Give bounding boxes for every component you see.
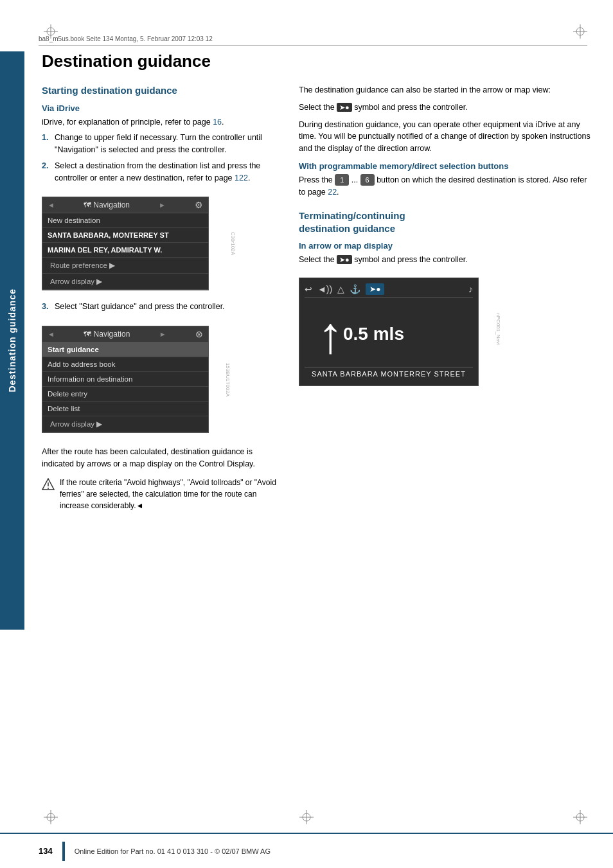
page-ref-16: 16 (213, 118, 222, 127)
alert-icon: △ (337, 284, 344, 294)
page-ref-122: 122 (235, 173, 248, 182)
list-item: 1. Change to upper field if necessary. T… (42, 132, 286, 156)
btn-badge-6: 6 (360, 174, 375, 186)
page-container: ba8_m5us.book Seite 134 Montag, 5. Febru… (0, 0, 613, 868)
music-icon: ♪ (468, 284, 473, 294)
main-content: Destination guidance Starting destinatio… (35, 51, 594, 829)
distance-display: 0.5 mls (343, 324, 411, 344)
sidebar-tab: Destination guidance (0, 51, 24, 630)
menu-side-label-1: C30r102A (229, 232, 235, 255)
right-intro-1: The destination guidance can also be sta… (299, 84, 594, 96)
sub-heading-idrive: Via iDrive (42, 103, 286, 113)
direction-arrow: ↑ (305, 303, 343, 364)
menu-side-label-2: 153BU1T002A (224, 362, 230, 396)
note-triangle-icon (42, 478, 55, 491)
nav-menu-item: Arrow display ▶ (42, 274, 208, 290)
page-title: Destination guidance (42, 51, 594, 71)
footer-divider (62, 842, 65, 861)
top-meta-text: ba8_m5us.book Seite 134 Montag, 5. Febru… (39, 35, 213, 42)
nav-menu-item: Add to address book (42, 357, 208, 372)
arrow-symbol-badge: ➤● (337, 103, 352, 112)
nav-menu-item: SANTA BARBARA, MONTERREY ST (42, 228, 208, 243)
note-box: If the route criteria "Avoid highways", … (42, 477, 286, 511)
arrow-symbol-badge-2: ➤● (337, 255, 352, 264)
footer-text: Online Edition for Part no. 01 41 0 013 … (75, 847, 271, 855)
intro-text: iDrive, for explanation of principle, re… (42, 116, 286, 128)
nav-menu-item-start: Start guidance (42, 342, 208, 357)
right-column: The destination guidance can also be sta… (299, 84, 594, 518)
two-col-layout: Starting destination guidance Via iDrive… (42, 84, 594, 518)
steps-list: 1. Change to upper field if necessary. T… (42, 132, 286, 184)
select-symbol-text: Select the ➤● symbol and press the contr… (299, 254, 594, 266)
nav-menu-1-wrapper: ◄ 🗺 Navigation ► ⚙ New destination SANTA… (42, 190, 209, 297)
nav-menu-2-header: ◄ 🗺 Navigation ► ⊛ (42, 326, 208, 342)
left-column: Starting destination guidance Via iDrive… (42, 84, 286, 518)
svg-point-8 (48, 488, 49, 489)
page-footer: 134 Online Edition for Part no. 01 41 0 … (0, 833, 613, 868)
right-intro-3: During destination guidance, you can ope… (299, 119, 594, 155)
nav-menu-item: Delete entry (42, 387, 208, 402)
list-item: 2. Select a destination from the destina… (42, 160, 286, 184)
crosshair-bottom-right (573, 810, 587, 826)
note-text: If the route criteria "Avoid highways", … (60, 477, 286, 511)
nav-menu-item: Route preference ▶ (42, 258, 208, 274)
arrow-display: ↩ ◄)) △ ⚓ ➤● ♪ ↑ 0.5 mls (299, 278, 479, 386)
right-intro-2: Select the ➤● symbol and press the contr… (299, 102, 594, 114)
crosshair-bottom-left (44, 810, 58, 826)
sound-icon: ◄)) (317, 284, 332, 294)
route-icon-active: ➤● (366, 283, 384, 295)
sub-heading-memory: With programmable memory/direct selectio… (299, 161, 594, 171)
top-meta: ba8_m5us.book Seite 134 Montag, 5. Febru… (39, 35, 587, 46)
sidebar-tab-label: Destination guidance (7, 288, 17, 393)
street-name-display: SANTA BARBARA MONTERREY STREET (305, 367, 473, 380)
nav-menu-item: New destination (42, 213, 208, 228)
memory-buttons-text: Press the 1 ... 6 button on which the de… (299, 174, 594, 199)
display-side-label: nPC001_Navi (495, 313, 501, 344)
after-steps-text: After the route has been calculated, des… (42, 446, 286, 470)
back-icon: ↩ (305, 284, 312, 294)
display-icons-row: ↩ ◄)) △ ⚓ ➤● ♪ (305, 283, 473, 298)
display-main-area: ↑ 0.5 mls (305, 303, 473, 364)
nav-menu-item: Arrow display ▶ (42, 416, 208, 432)
list-item: 3. Select "Start guidance" and press the… (42, 301, 286, 313)
nav-menu-item: Delete list (42, 402, 208, 416)
nav-menu-1: ◄ 🗺 Navigation ► ⚙ New destination SANTA… (42, 197, 209, 290)
nav-menu-2-wrapper: ◄ 🗺 Navigation ► ⊛ Start guidance Add to… (42, 319, 209, 439)
page-number: 134 (39, 846, 53, 856)
anchor-icon: ⚓ (350, 284, 360, 294)
section-heading-starting: Starting destination guidance (42, 84, 286, 97)
arrow-display-wrapper: ↩ ◄)) △ ⚓ ➤● ♪ ↑ 0.5 mls (299, 271, 479, 386)
nav-menu-1-header: ◄ 🗺 Navigation ► ⚙ (42, 197, 208, 213)
crosshair-bottom-center (299, 810, 314, 826)
nav-menu-2: ◄ 🗺 Navigation ► ⊛ Start guidance Add to… (42, 326, 209, 433)
nav-menu-item: MARINA DEL REY, ADMIRALTY W. (42, 243, 208, 258)
sub-heading-arrow-map: In arrow or map display (299, 241, 594, 251)
btn-badge-1: 1 (335, 174, 349, 186)
step-3-list: 3. Select "Start guidance" and press the… (42, 301, 286, 313)
nav-menu-item: Information on destination (42, 372, 208, 387)
page-ref-22: 22 (328, 188, 337, 197)
section-heading-terminating: Terminating/continuingdestination guidan… (299, 209, 594, 235)
